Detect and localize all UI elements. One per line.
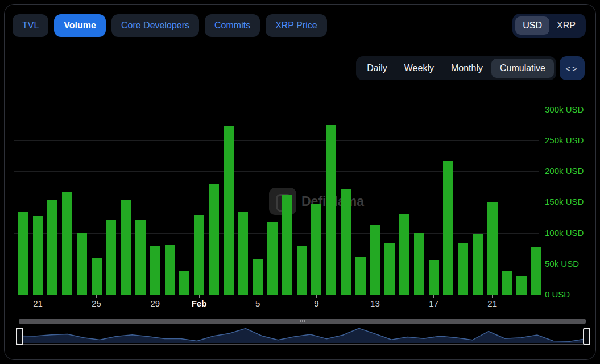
x-axis-label: Feb xyxy=(192,299,207,308)
header-row: TVL Volume Core Developers Commits XRP P… xyxy=(13,14,586,38)
volume-bar[interactable] xyxy=(297,246,307,295)
volume-bar[interactable] xyxy=(47,200,57,295)
volume-bar[interactable] xyxy=(224,126,234,295)
x-axis-tick xyxy=(155,295,155,298)
volume-bar[interactable] xyxy=(238,212,248,295)
y-axis-label: 250k USD xyxy=(545,135,584,145)
currency-usd-button[interactable]: USD xyxy=(515,16,549,35)
x-axis-tick xyxy=(433,295,434,298)
tab-xrp-price[interactable]: XRP Price xyxy=(266,14,327,37)
volume-bar[interactable] xyxy=(355,257,366,295)
brush-left-handle[interactable] xyxy=(16,328,23,345)
volume-bar[interactable] xyxy=(77,233,87,295)
volume-bar[interactable] xyxy=(267,222,278,295)
x-axis-label: 17 xyxy=(429,299,438,308)
volume-bar[interactable] xyxy=(516,276,527,295)
scrollbar-grip-icon xyxy=(304,320,305,322)
volume-bar[interactable] xyxy=(165,245,175,295)
volume-bar[interactable] xyxy=(135,220,146,295)
period-group: Daily Weekly Monthly Cumulative xyxy=(356,56,556,80)
volume-bar[interactable] xyxy=(150,246,160,295)
volume-bar[interactable] xyxy=(209,184,219,295)
x-axis-label: 21 xyxy=(33,299,43,308)
navigator-scrollbar[interactable] xyxy=(19,319,586,324)
volume-bar[interactable] xyxy=(106,220,116,295)
volume-bar[interactable] xyxy=(487,202,498,295)
volume-bar-chart: 0 USD50k USD100k USD150k USD200k USD250k… xyxy=(0,0,600,364)
gridline xyxy=(14,202,539,202)
volume-bar[interactable] xyxy=(370,225,380,295)
period-monthly[interactable]: Monthly xyxy=(442,59,491,78)
expand-chart-button[interactable]: <> xyxy=(560,56,585,80)
x-axis-label: 9 xyxy=(314,299,318,308)
x-axis-line xyxy=(14,295,539,295)
period-cumulative[interactable]: Cumulative xyxy=(491,59,554,78)
x-axis-label: 25 xyxy=(92,299,101,308)
volume-bar[interactable] xyxy=(33,216,43,295)
period-daily[interactable]: Daily xyxy=(358,59,396,78)
navigator-baseline xyxy=(19,344,586,345)
x-axis-tick xyxy=(96,295,97,298)
x-axis-tick xyxy=(258,295,258,298)
volume-bar[interactable] xyxy=(253,259,263,295)
code-brackets-icon: <> xyxy=(565,64,579,73)
volume-bar[interactable] xyxy=(92,258,102,295)
gridline xyxy=(14,110,539,110)
y-axis-label: 0 USD xyxy=(545,289,570,299)
volume-bar[interactable] xyxy=(429,260,439,295)
y-axis-label: 200k USD xyxy=(545,166,584,176)
x-axis-label: 29 xyxy=(150,299,160,308)
volume-bar[interactable] xyxy=(502,271,512,295)
volume-bar[interactable] xyxy=(384,243,395,295)
y-axis-label: 50k USD xyxy=(545,259,579,268)
volume-bar[interactable] xyxy=(458,243,468,295)
tab-volume[interactable]: Volume xyxy=(54,14,106,37)
volume-bar[interactable] xyxy=(311,204,321,295)
volume-bar[interactable] xyxy=(18,212,28,295)
volume-bar[interactable] xyxy=(341,189,351,295)
currency-xrp-button[interactable]: XRP xyxy=(549,16,583,35)
y-axis-label: 150k USD xyxy=(545,197,584,206)
gridline xyxy=(14,171,539,172)
scrollbar-grip-icon xyxy=(300,320,301,322)
volume-bar[interactable] xyxy=(399,214,409,295)
volume-bar[interactable] xyxy=(531,247,541,295)
x-axis-label: 5 xyxy=(255,299,260,308)
volume-bar[interactable] xyxy=(443,161,453,295)
y-axis-label: 100k USD xyxy=(545,228,584,238)
tab-commits[interactable]: Commits xyxy=(205,14,260,37)
tab-core-developers[interactable]: Core Developers xyxy=(111,14,199,37)
volume-bar[interactable] xyxy=(473,234,483,295)
metric-tab-group: TVL Volume Core Developers Commits XRP P… xyxy=(13,14,327,37)
period-row: Daily Weekly Monthly Cumulative <> xyxy=(356,56,585,80)
volume-bar[interactable] xyxy=(194,215,204,295)
tab-tvl[interactable]: TVL xyxy=(13,14,48,37)
volume-bar[interactable] xyxy=(282,195,292,295)
x-axis-label: 21 xyxy=(487,299,497,308)
volume-bar[interactable] xyxy=(121,200,131,295)
x-axis-tick xyxy=(199,295,200,298)
volume-bar[interactable] xyxy=(326,125,336,295)
x-axis-tick xyxy=(492,295,493,298)
scrollbar-grip-icon xyxy=(302,320,303,322)
volume-bar[interactable] xyxy=(414,233,424,295)
currency-toggle: USD XRP xyxy=(512,14,586,38)
period-weekly[interactable]: Weekly xyxy=(396,59,442,78)
volume-bar[interactable] xyxy=(62,192,72,295)
volume-bar[interactable] xyxy=(179,271,189,295)
y-axis-label: 300k USD xyxy=(545,105,584,114)
x-axis-tick xyxy=(38,295,38,298)
gridline xyxy=(14,140,539,141)
x-axis-tick xyxy=(375,295,375,298)
x-axis-label: 13 xyxy=(370,299,380,308)
x-axis-tick xyxy=(316,295,317,298)
brush-right-handle[interactable] xyxy=(583,328,590,345)
